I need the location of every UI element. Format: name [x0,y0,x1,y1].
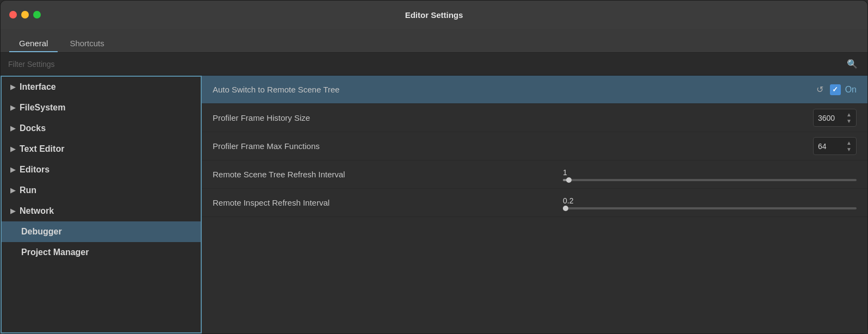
setting-label-profiler-history: Profiler Frame History Size [213,113,813,122]
sidebar-item-docks[interactable]: ▶ Docks [2,118,201,139]
spin-down-icon[interactable]: ▼ [846,118,852,124]
maximize-button[interactable] [33,11,41,18]
sidebar: ▶ Interface ▶ FileSystem ▶ Docks ▶ Text … [1,76,202,333]
filter-bar: 🔍 [1,53,867,76]
sidebar-item-interface[interactable]: ▶ Interface [2,77,201,97]
search-icon[interactable]: 🔍 [845,57,860,71]
arrow-icon: ▶ [10,166,15,174]
arrow-icon: ▶ [10,145,15,153]
setting-row-inspect-refresh: Remote Inspect Refresh Interval 0.2 [202,189,867,217]
spinbox-value-profiler-history: 3600 [818,114,846,122]
setting-label-scene-refresh: Remote Scene Tree Refresh Interval [213,170,563,179]
sidebar-item-network[interactable]: ▶ Network [2,201,201,221]
sidebar-item-editors[interactable]: ▶ Editors [2,159,201,180]
spin-up-icon[interactable]: ▲ [846,112,852,117]
checkbox-auto-switch[interactable] [830,84,841,95]
window-title: Editor Settings [405,10,463,20]
slider-thumb-scene-refresh[interactable] [566,177,572,183]
setting-row-profiler-max: Profiler Frame Max Functions 64 ▲ ▼ [202,132,867,160]
filter-input[interactable] [8,60,845,69]
spinbox-profiler-history[interactable]: 3600 ▲ ▼ [813,109,857,127]
setting-label-profiler-max: Profiler Frame Max Functions [213,141,813,151]
settings-panel: Auto Switch to Remote Scene Tree ↺ On Pr… [202,76,867,333]
setting-row-auto-switch: Auto Switch to Remote Scene Tree ↺ On [202,76,867,104]
setting-control-auto-switch: ↺ On [814,82,857,97]
tab-general[interactable]: General [9,34,58,52]
titlebar: Editor Settings [1,1,867,29]
slider-container-inspect-refresh: 0.2 [563,196,857,209]
arrow-icon: ▶ [10,104,15,112]
reset-button-auto-switch[interactable]: ↺ [814,82,826,97]
tabs-row: General Shortcuts [1,29,867,53]
setting-label-inspect-refresh: Remote Inspect Refresh Interval [213,198,563,207]
setting-row-scene-refresh: Remote Scene Tree Refresh Interval 1 [202,160,867,189]
slider-value-scene-refresh: 1 [563,168,567,177]
setting-label-auto-switch: Auto Switch to Remote Scene Tree [213,85,814,94]
on-label: On [845,85,857,95]
sidebar-item-project-manager[interactable]: Project Manager [2,242,201,263]
slider-value-inspect-refresh: 0.2 [563,196,573,205]
spin-down-icon[interactable]: ▼ [846,146,852,152]
tab-shortcuts[interactable]: Shortcuts [60,34,114,52]
spinbox-arrows: ▲ ▼ [846,112,852,124]
sidebar-item-filesystem[interactable]: ▶ FileSystem [2,97,201,118]
sidebar-item-text-editor[interactable]: ▶ Text Editor [2,139,201,159]
setting-control-inspect-refresh: 0.2 [563,196,857,209]
slider-thumb-inspect-refresh[interactable] [563,206,568,211]
sidebar-item-debugger[interactable]: Debugger [2,221,201,242]
arrow-icon: ▶ [10,83,15,91]
minimize-button[interactable] [21,11,29,18]
close-button[interactable] [9,11,17,18]
setting-row-profiler-history: Profiler Frame History Size 3600 ▲ ▼ [202,104,867,132]
main-content: ▶ Interface ▶ FileSystem ▶ Docks ▶ Text … [1,76,867,333]
slider-track-inspect-refresh[interactable] [563,207,857,209]
spinbox-arrows-max: ▲ ▼ [846,140,852,152]
arrow-icon: ▶ [10,207,15,215]
setting-control-profiler-history: 3600 ▲ ▼ [813,109,857,127]
arrow-icon: ▶ [10,187,15,194]
slider-container-scene-refresh: 1 [563,168,857,181]
slider-track-scene-refresh[interactable] [563,179,857,181]
spinbox-value-profiler-max: 64 [818,142,846,151]
arrow-icon: ▶ [10,125,15,132]
spin-up-icon[interactable]: ▲ [846,140,852,146]
setting-control-scene-refresh: 1 [563,168,857,181]
editor-settings-window: Editor Settings General Shortcuts 🔍 ▶ In… [0,0,868,334]
window-controls [9,11,41,18]
setting-control-profiler-max: 64 ▲ ▼ [813,137,857,155]
sidebar-item-run[interactable]: ▶ Run [2,180,201,201]
spinbox-profiler-max[interactable]: 64 ▲ ▼ [813,137,857,155]
